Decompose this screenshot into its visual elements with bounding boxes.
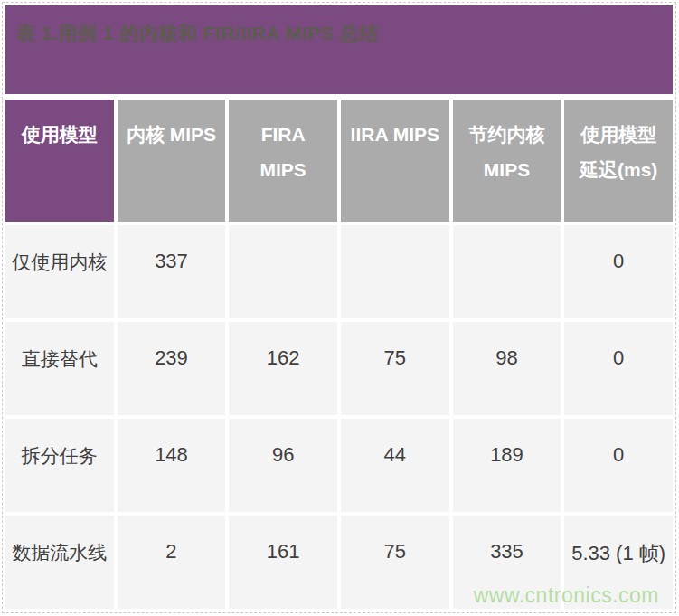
- column-header-fira-mips: FIRA MIPS: [229, 100, 337, 222]
- row-label-split-task: 拆分任务: [5, 419, 114, 512]
- table-cell: 2: [118, 516, 226, 609]
- mips-summary-table: 使用模型 内核 MIPS FIRA MIPS IIRA MIPS 节约内核 MI…: [5, 100, 673, 609]
- table-cell: [453, 225, 561, 318]
- table-cell: [229, 225, 337, 318]
- table-cell: 161: [229, 516, 337, 609]
- table-cell: 337: [118, 225, 226, 318]
- watermark-text: www.cntronics.com: [474, 583, 659, 608]
- table-cell: 148: [118, 419, 226, 512]
- table-caption-banner: 表 1.用例 1 的内核和 FIR/IIRA MIPS 总结: [5, 5, 673, 94]
- column-header-usage-model-delay: 使用模型延迟(ms): [564, 100, 673, 222]
- row-label-core-only: 仅使用内核: [5, 225, 114, 318]
- column-header-iira-mips: IIRA MIPS: [341, 100, 449, 222]
- table-cell: 0: [564, 419, 673, 512]
- dashed-border-frame: 表 1.用例 1 的内核和 FIR/IIRA MIPS 总结 使用模型 内核 M…: [2, 2, 676, 613]
- column-header-saved-core-mips: 节约内核 MIPS: [453, 100, 561, 222]
- table-cell: 75: [341, 516, 449, 609]
- table-cell: 75: [341, 322, 449, 415]
- table-cell: 189: [453, 419, 561, 512]
- table-cell: [341, 225, 449, 318]
- table-cell: 239: [118, 322, 226, 415]
- table-cell: 0: [564, 322, 673, 415]
- table-caption: 表 1.用例 1 的内核和 FIR/IIRA MIPS 总结: [16, 21, 662, 46]
- column-header-core-mips: 内核 MIPS: [118, 100, 226, 222]
- table-cell: 96: [229, 419, 337, 512]
- table-cell: 44: [341, 419, 449, 512]
- table-cell: 0: [564, 225, 673, 318]
- table-cell: 162: [229, 322, 337, 415]
- row-label-data-pipeline: 数据流水线: [5, 516, 114, 609]
- column-header-usage-model: 使用模型: [5, 100, 114, 222]
- document-page: 表 1.用例 1 的内核和 FIR/IIRA MIPS 总结 使用模型 内核 M…: [0, 0, 679, 616]
- table-cell: 98: [453, 322, 561, 415]
- row-label-direct-replace: 直接替代: [5, 322, 114, 415]
